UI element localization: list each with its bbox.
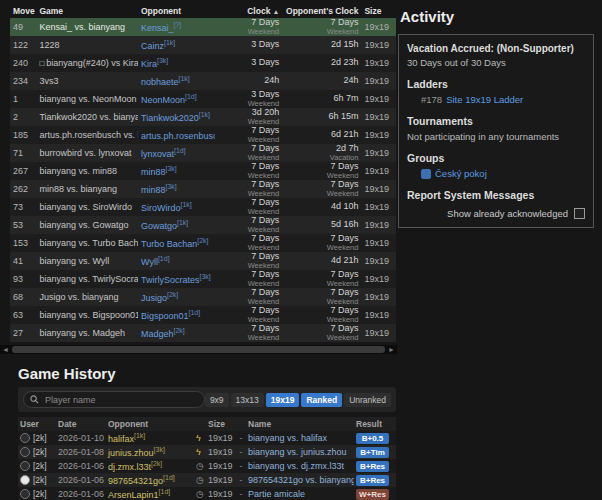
opponent-link[interactable]: Cainz	[141, 41, 164, 51]
opponent-link[interactable]: Gowatgo	[141, 221, 177, 231]
game-link[interactable]: bianyang vs. Gowatgo	[39, 220, 128, 230]
game-link[interactable]: Jusigo vs. bianyang	[39, 292, 118, 302]
game-link[interactable]: bianyang vs. SiroWirdo	[39, 202, 132, 212]
game-row[interactable]: 41bianyang vs. WyllWyll[1d]7 DaysWeekend…	[10, 252, 396, 270]
opponent-link[interactable]: SiroWirdo	[141, 203, 181, 213]
game-row[interactable]: 63bianyang vs. Bigspoon01Bigspoon01[1d]7…	[10, 306, 396, 324]
opponent-link[interactable]: artus.ph.rosenbusch	[141, 131, 215, 141]
history-row[interactable]: [2k]2026-01-08junius.zhou[3k]ϟ19x19-bian…	[18, 445, 396, 459]
history-row[interactable]: [2k]2026-01-06dj.zmx.l33t[2k]◷19x19-bian…	[18, 459, 396, 473]
game-row[interactable]: 49Kensai_ vs. bianyangKensai_[?]7 DaysWe…	[10, 18, 396, 36]
game-size: 19x19	[361, 198, 396, 216]
game-row[interactable]: 262min88 vs. bianyangmin88[3k]7 DaysWeek…	[10, 180, 396, 198]
move-number: 240	[10, 54, 36, 72]
filter-unranked-button[interactable]: Unranked	[344, 393, 391, 407]
player-search-input[interactable]	[43, 394, 198, 406]
game-link[interactable]: bianyang vs. TwirlySocrates	[39, 274, 138, 284]
speed-correspondence-icon: ◷	[194, 459, 206, 473]
filter-13x13-button[interactable]: 13x13	[231, 393, 264, 407]
game-row[interactable]: 240□bianyang(#240) vs Kira(...Kira[3k]3 …	[10, 54, 396, 72]
column-header-clock[interactable]: Clock ▲	[215, 4, 282, 18]
game-row[interactable]: 2Tiankwok2020 vs. bianyangTiankwok2020[1…	[10, 108, 396, 126]
game-link[interactable]: bianyang vs. Bigspoon01	[39, 310, 138, 320]
game-link[interactable]: Kensai_ vs. bianyang	[39, 22, 125, 32]
opponent-link[interactable]: Kira	[141, 59, 157, 69]
game-link[interactable]: Partie amicale	[248, 489, 305, 499]
game-link[interactable]: bianyang vs. dj.zmx.l33t	[248, 461, 344, 471]
game-link[interactable]: bianyang vs. Turbo Bachan	[39, 238, 138, 248]
group-link[interactable]: Český pokoj	[435, 168, 487, 179]
opponent-link[interactable]: Turbo Bachan	[141, 239, 197, 249]
game-row[interactable]: 71burrowbird vs. lynxovatlynxovat[1d]7 D…	[10, 144, 396, 162]
game-row[interactable]: 68Jusigo vs. bianyangJusigo[2k]7 DaysWee…	[10, 288, 396, 306]
opponent-link[interactable]: 987654321go	[108, 476, 163, 486]
game-link[interactable]: bianyang vs. min88	[39, 166, 117, 176]
game-row[interactable]: 267bianyang vs. min88min88[3k]7 DaysWeek…	[10, 162, 396, 180]
game-link[interactable]: burrowbird vs. lynxovat	[39, 148, 131, 158]
opponent-rank: [1d]	[185, 93, 197, 100]
show-acknowledged-checkbox[interactable]	[574, 208, 585, 219]
game-link[interactable]: bianyang vs. NeonMoon	[39, 94, 136, 104]
game-link[interactable]: min88 vs. bianyang	[39, 184, 117, 194]
column-header-game[interactable]: Game	[36, 4, 138, 18]
scrollbar-thumb[interactable]	[12, 346, 385, 353]
active-games-panel: Move Game Opponent Clock ▲ Opponent's Cl…	[0, 0, 397, 500]
opponent-link[interactable]: Jusigo	[141, 293, 167, 303]
game-link[interactable]: bianyang vs. junius.zhou	[248, 447, 347, 457]
opponent-link[interactable]: Wyll	[141, 257, 158, 267]
opponent-link[interactable]: dj.zmx.l33t	[108, 462, 151, 472]
opponent-link[interactable]: nobhaete	[141, 77, 179, 87]
column-header-size[interactable]: Size	[361, 4, 396, 18]
column-header-opponent[interactable]: Opponent	[138, 4, 215, 18]
game-link[interactable]: artus.ph.rosenbusch vs. bur...	[39, 130, 138, 140]
game-link[interactable]: bianyang(#240) vs Kira(...	[46, 58, 138, 68]
column-header-move[interactable]: Move	[10, 4, 36, 18]
game-link[interactable]: bianyang vs. halifax	[248, 433, 327, 443]
game-link[interactable]: bianyang vs. Madgeh	[39, 328, 125, 338]
opponent-link[interactable]: Madgeh	[141, 329, 174, 339]
opponent-link[interactable]: NeonMoon	[141, 95, 185, 105]
filter-ranked-button[interactable]: Ranked	[301, 393, 342, 407]
game-row[interactable]: 27bianyang vs. MadgehMadgeh[2k]7 DaysWee…	[10, 324, 396, 342]
opponent-link[interactable]: lynxovat	[141, 149, 174, 159]
opponent-link[interactable]: Tiankwok2020	[141, 113, 199, 123]
game-link[interactable]: 1228	[39, 40, 59, 50]
history-row[interactable]: [2k]2026-01-10halifax[1k]ϟ19x19-bianyang…	[18, 431, 396, 445]
game-link[interactable]: 987654321go vs. bianyang	[248, 475, 354, 485]
filter-9x9-button[interactable]: 9x9	[205, 393, 229, 407]
game-date: 2026-01-06	[56, 459, 106, 473]
player-clock-cell: 7 DaysWeekend	[215, 144, 282, 162]
opponent-cell: Cainz[1k]	[138, 36, 215, 54]
game-link[interactable]: Tiankwok2020 vs. bianyang	[39, 112, 138, 122]
opponent-link[interactable]: min88	[141, 167, 166, 177]
game-link[interactable]: bianyang vs. Wyll	[39, 256, 109, 266]
opponent-link[interactable]: junius.zhou	[108, 448, 154, 458]
opponent-link[interactable]: ArsenLapin1	[108, 490, 159, 500]
filter-19x19-button[interactable]: 19x19	[266, 393, 300, 407]
opponent-link[interactable]: TwirlySocrates	[141, 275, 200, 285]
history-row[interactable]: [2k]2026-01-06987654321go[1d]◷19x19-9876…	[18, 473, 396, 487]
opponent-link[interactable]: min88	[141, 185, 166, 195]
handicap: -	[236, 487, 246, 500]
ladder-link[interactable]: Site 19x19 Ladder	[446, 94, 523, 105]
game-row[interactable]: 185artus.ph.rosenbusch vs. bur...artus.p…	[10, 126, 396, 144]
scroll-right-icon[interactable]: ►	[386, 345, 397, 354]
history-row[interactable]: [2k]2026-01-06ArsenLapin1[1d]◷19x19-Part…	[18, 487, 396, 500]
game-row[interactable]: 53bianyang vs. GowatgoGowatgo[1k]7 DaysW…	[10, 216, 396, 234]
opponent-rank: [3k]	[154, 446, 165, 453]
game-row[interactable]: 2343vs3nobhaete[1k]24h24h19x19	[10, 72, 396, 90]
game-row[interactable]: 1221228Cainz[1k]3 Days2d 15h19x19	[10, 36, 396, 54]
game-link[interactable]: 3vs3	[39, 76, 58, 86]
opponent-link[interactable]: Kensai_	[141, 23, 174, 33]
game-row[interactable]: 73bianyang vs. SiroWirdoSiroWirdo[1k]7 D…	[10, 198, 396, 216]
game-row[interactable]: 1bianyang vs. NeonMoonNeonMoon[1d]3 Days…	[10, 90, 396, 108]
opponent-link[interactable]: halifax	[108, 434, 134, 444]
column-header-opponent-clock[interactable]: Opponent's Clock	[282, 4, 361, 18]
opponent-link[interactable]: Bigspoon01	[141, 311, 189, 321]
horizontal-scrollbar[interactable]: ◄ ►	[0, 345, 397, 354]
opponent-rank: [3k]	[166, 183, 177, 190]
scroll-left-icon[interactable]: ◄	[0, 345, 11, 354]
game-row[interactable]: 153bianyang vs. Turbo BachanTurbo Bachan…	[10, 234, 396, 252]
opponent-clock-cell: 2d 15h	[282, 36, 361, 54]
game-row[interactable]: 93bianyang vs. TwirlySocratesTwirlySocra…	[10, 270, 396, 288]
